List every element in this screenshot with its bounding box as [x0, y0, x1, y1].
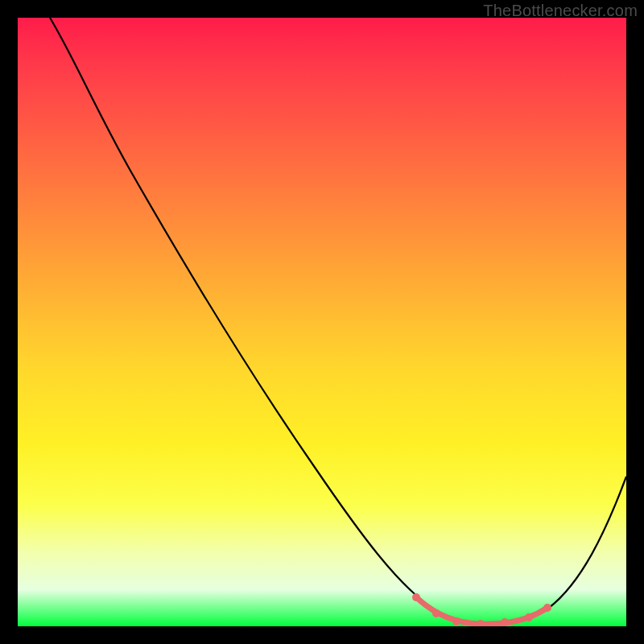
chart-svg	[18, 18, 626, 626]
accent-dot	[525, 613, 533, 621]
accent-dot	[452, 617, 460, 625]
accent-dot	[543, 604, 551, 612]
accent-dot	[412, 593, 420, 601]
watermark-text: TheBottlenecker.com	[483, 2, 638, 20]
accent-dot	[477, 620, 485, 626]
chart-plot-area	[18, 18, 626, 626]
accent-dot	[432, 609, 440, 617]
bottleneck-curve	[50, 18, 626, 624]
accent-dot	[501, 618, 509, 626]
